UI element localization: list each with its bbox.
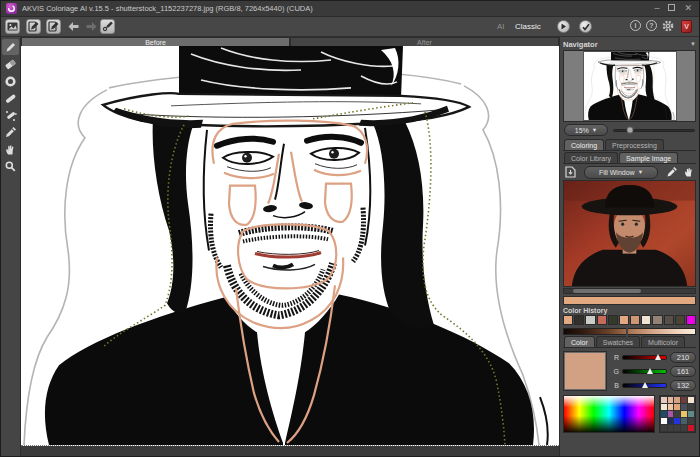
history-swatch[interactable] — [686, 315, 696, 325]
grid-swatch[interactable] — [668, 418, 674, 424]
eyedropper-tool[interactable] — [2, 124, 19, 140]
scrollbar-thumb[interactable] — [573, 289, 641, 293]
hand-tool[interactable] — [2, 141, 19, 157]
tab-preprocessing[interactable]: Preprocessing — [605, 139, 664, 150]
keep-color-pencil-tool[interactable] — [2, 90, 19, 106]
fill-mode-dropdown[interactable]: Fill Window ▼ — [584, 166, 658, 179]
load-strokes-button[interactable] — [46, 19, 61, 34]
run-button[interactable] — [557, 20, 570, 33]
before-image[interactable] — [21, 46, 559, 446]
grid-swatch[interactable] — [681, 425, 687, 431]
grid-swatch[interactable] — [688, 411, 694, 417]
maximize-button[interactable] — [668, 4, 675, 13]
grid-swatch[interactable] — [661, 418, 667, 424]
color-picker-gradient[interactable] — [563, 395, 655, 433]
sample-hand-icon[interactable] — [682, 166, 695, 179]
history-swatch[interactable] — [630, 315, 640, 325]
history-swatch[interactable] — [641, 315, 651, 325]
magic-tube-tool[interactable] — [2, 107, 19, 123]
grid-swatch[interactable] — [688, 425, 694, 431]
green-value[interactable]: 161 — [670, 366, 696, 377]
strokes-button[interactable] — [100, 19, 115, 34]
help-button[interactable]: ? — [646, 20, 657, 31]
current-color-bar[interactable] — [563, 296, 696, 305]
color-pencil-tool[interactable] — [2, 39, 19, 55]
tab-sample-image[interactable]: Sample Image — [619, 152, 678, 163]
history-swatch[interactable] — [675, 315, 685, 325]
shade-marker[interactable] — [626, 328, 628, 337]
tab-color-library[interactable]: Color Library — [564, 152, 618, 163]
grid-swatch[interactable] — [688, 404, 694, 410]
blue-slider[interactable] — [622, 383, 667, 388]
tab-color[interactable]: Color — [564, 336, 595, 347]
grid-swatch[interactable] — [688, 418, 694, 424]
history-swatch[interactable] — [574, 315, 584, 325]
grid-swatch[interactable] — [661, 425, 667, 431]
eraser-tool[interactable] — [2, 56, 19, 72]
tab-multicolor[interactable]: Multicolor — [641, 336, 685, 347]
red-value[interactable]: 210 — [670, 352, 696, 363]
mode-classic[interactable]: Classic — [515, 17, 541, 36]
current-color-swatch[interactable] — [563, 351, 607, 391]
tab-before[interactable]: Before — [21, 37, 290, 46]
grid-swatch[interactable] — [681, 418, 687, 424]
grid-swatch[interactable] — [668, 411, 674, 417]
grid-swatch[interactable] — [661, 411, 667, 417]
grid-swatch[interactable] — [674, 418, 680, 424]
sample-eyedropper-icon[interactable] — [665, 166, 678, 179]
grid-swatch[interactable] — [688, 397, 694, 403]
color-mode-tabs: Color Swatches Multicolor — [563, 335, 696, 348]
red-slider-handle[interactable] — [655, 354, 661, 360]
tab-coloring[interactable]: Coloring — [564, 139, 604, 150]
sample-image[interactable] — [563, 180, 696, 287]
tube-tool[interactable] — [2, 73, 19, 89]
grid-swatch[interactable] — [681, 411, 687, 417]
shade-gradient-bar[interactable] — [563, 328, 696, 335]
save-strokes-button[interactable] — [26, 19, 41, 34]
history-swatch[interactable] — [608, 315, 618, 325]
history-swatch[interactable] — [664, 315, 674, 325]
history-swatch[interactable] — [563, 315, 573, 325]
redo-button[interactable] — [84, 19, 99, 34]
open-sample-icon[interactable] — [564, 166, 577, 179]
grid-swatch[interactable] — [674, 404, 680, 410]
open-image-button[interactable] — [5, 19, 20, 34]
chevron-down-icon[interactable]: ▼ — [690, 41, 696, 47]
history-swatch[interactable] — [585, 315, 595, 325]
akvis-logo-icon[interactable]: V — [681, 20, 692, 33]
settings-button[interactable] — [662, 20, 674, 32]
grid-swatch[interactable] — [674, 425, 680, 431]
tab-after[interactable]: After — [290, 37, 559, 46]
navigator-thumbnail[interactable] — [563, 50, 696, 122]
red-slider[interactable] — [622, 355, 667, 360]
zoom-slider-knob[interactable] — [627, 127, 634, 134]
grid-swatch[interactable] — [668, 397, 674, 403]
grid-swatch[interactable] — [661, 397, 667, 403]
history-swatch[interactable] — [597, 315, 607, 325]
blue-value[interactable]: 132 — [670, 380, 696, 391]
history-swatch[interactable] — [652, 315, 662, 325]
zoom-tool[interactable] — [2, 158, 19, 174]
zoom-slider[interactable] — [613, 129, 695, 132]
info-button[interactable]: i — [630, 20, 641, 31]
grid-swatch[interactable] — [668, 404, 674, 410]
zoom-level-dropdown[interactable]: 15% ▼ — [564, 124, 608, 136]
sample-scrollbar[interactable] — [563, 288, 696, 294]
grid-swatch[interactable] — [668, 425, 674, 431]
tab-swatches[interactable]: Swatches — [596, 336, 640, 347]
grid-swatch[interactable] — [674, 397, 680, 403]
grid-swatch[interactable] — [674, 411, 680, 417]
grid-swatch[interactable] — [661, 404, 667, 410]
history-swatch[interactable] — [619, 315, 629, 325]
undo-button[interactable] — [66, 19, 81, 34]
grid-swatch[interactable] — [681, 404, 687, 410]
grid-swatch[interactable] — [681, 397, 687, 403]
mode-ai[interactable]: AI — [497, 17, 505, 36]
blue-slider-handle[interactable] — [642, 382, 648, 388]
green-slider[interactable] — [622, 369, 667, 374]
green-slider-handle[interactable] — [647, 368, 653, 374]
close-button[interactable]: ✕ — [684, 4, 692, 13]
apply-button[interactable] — [579, 20, 592, 33]
minimize-button[interactable]: – — [654, 4, 659, 13]
canvas-viewport[interactable] — [21, 46, 559, 456]
